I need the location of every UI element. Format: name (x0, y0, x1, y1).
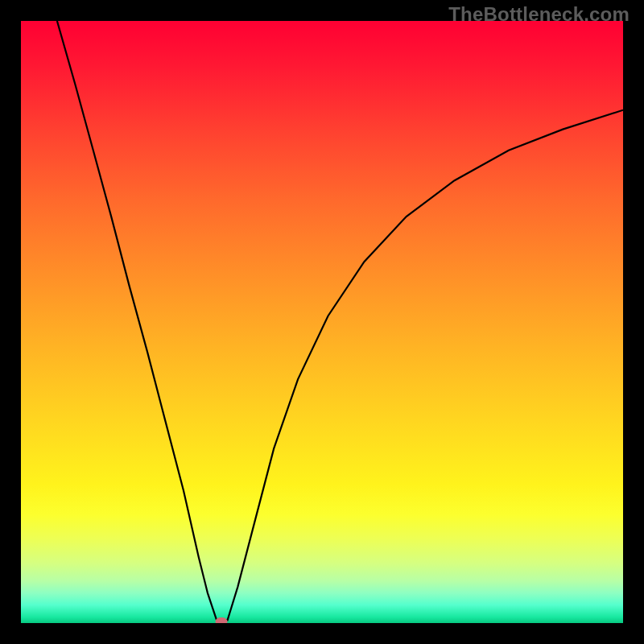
plot-area (21, 21, 623, 623)
bottleneck-curve (21, 21, 623, 623)
watermark-text: TheBottleneck.com (448, 3, 630, 26)
chart-frame: TheBottleneck.com (0, 0, 644, 644)
optimum-marker (216, 617, 228, 623)
